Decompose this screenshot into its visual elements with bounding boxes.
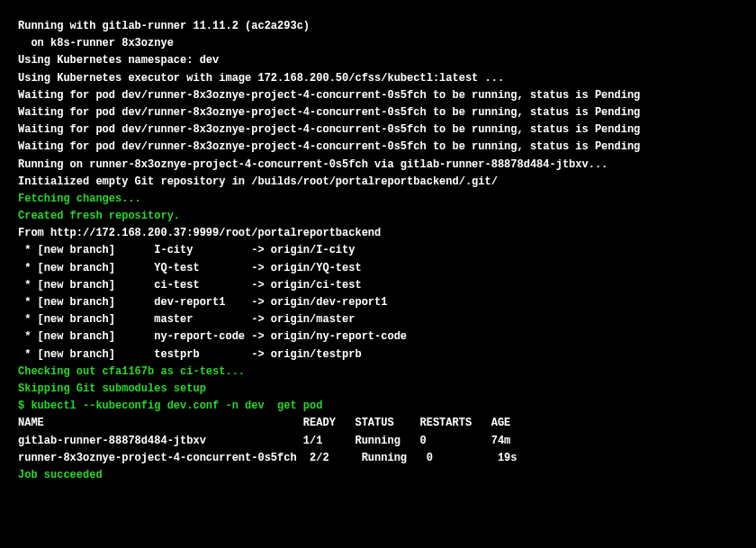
log-line: on k8s-runner 8x3oznye	[18, 35, 738, 52]
log-line: * [new branch] YQ-test -> origin/YQ-test	[18, 260, 738, 277]
log-line: * [new branch] dev-report1 -> origin/dev…	[18, 294, 738, 311]
log-line: From http://172.168.200.37:9999/root/por…	[18, 225, 738, 242]
log-line: Using Kubernetes namespace: dev	[18, 52, 738, 69]
log-line: Job succeeded	[18, 467, 738, 484]
log-line: Waiting for pod dev/runner-8x3oznye-proj…	[18, 104, 738, 121]
terminal-output: Running with gitlab-runner 11.11.2 (ac2a…	[18, 18, 738, 484]
log-line: Fetching changes...	[18, 191, 738, 208]
log-line: * [new branch] I-city -> origin/I-city	[18, 242, 738, 259]
log-line: Skipping Git submodules setup	[18, 381, 738, 398]
log-line: runner-8x3oznye-project-4-concurrent-0s5…	[18, 450, 738, 467]
log-line: NAME READY STATUS RESTARTS AGE	[18, 415, 738, 432]
log-line: Initialized empty Git repository in /bui…	[18, 174, 738, 191]
log-line: gitlab-runner-88878d484-jtbxv 1/1 Runnin…	[18, 433, 738, 450]
log-line: Waiting for pod dev/runner-8x3oznye-proj…	[18, 121, 738, 139]
log-line: $ kubectl --kubeconfig dev.conf -n dev g…	[18, 398, 738, 415]
log-line: Checking out cfa1167b as ci-test...	[18, 364, 738, 381]
log-line: Running with gitlab-runner 11.11.2 (ac2a…	[18, 18, 738, 35]
log-line: Running on runner-8x3oznye-project-4-con…	[18, 157, 738, 174]
log-line: Waiting for pod dev/runner-8x3oznye-proj…	[18, 87, 738, 104]
log-line: * [new branch] ny-report-code -> origin/…	[18, 328, 738, 346]
log-line: * [new branch] master -> origin/master	[18, 311, 738, 328]
log-line: * [new branch] ci-test -> origin/ci-test	[18, 277, 738, 294]
log-line: Using Kubernetes executor with image 172…	[18, 70, 738, 87]
log-line: Waiting for pod dev/runner-8x3oznye-proj…	[18, 139, 738, 156]
log-line: * [new branch] testprb -> origin/testprb	[18, 346, 738, 364]
log-line: Created fresh repository.	[18, 208, 738, 225]
